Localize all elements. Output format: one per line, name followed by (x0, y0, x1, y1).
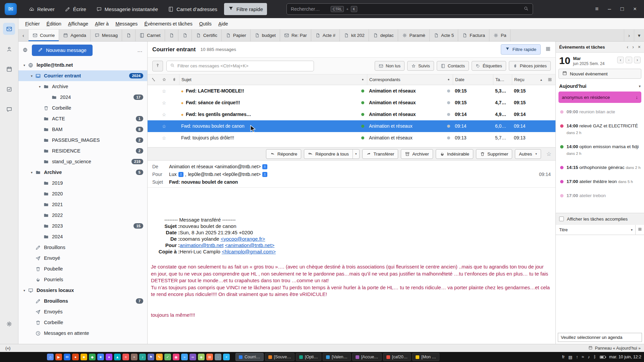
launcher-14-icon[interactable]: ✎ (156, 354, 163, 360)
calendar-event-atelier-theatre-leon[interactable]: 17:00 atelier théâtre leon dans 5 h (556, 175, 644, 189)
tab-document[interactable] (165, 29, 178, 41)
calendar-event-orthophoniste-generac[interactable]: 14:15 orthophoniste générac dans 2 h (556, 161, 644, 175)
star-toggle[interactable]: ☆ (159, 112, 169, 117)
menu-outils[interactable]: Outils (196, 19, 215, 28)
thread-column-button[interactable] (148, 77, 159, 82)
tab-factura[interactable]: Factura (458, 29, 489, 41)
email-link[interactable]: <animation@tntb.net> (225, 242, 274, 248)
column-picker-button[interactable] (544, 77, 555, 82)
launcher-11-icon[interactable]: + (131, 354, 138, 360)
bluetooth-tray-icon[interactable]: ᛒ (594, 355, 596, 360)
message-row-fwd-seance-de-cirque[interactable]: ☆ ◆Fwd: séance de cirque!!! Animation et… (148, 97, 555, 109)
transferer-button[interactable]: Transférer (362, 149, 398, 159)
space-address-book-button[interactable] (3, 43, 15, 55)
launcher-1-icon[interactable]: ⌂ (47, 354, 54, 360)
sticky-filter-button[interactable] (152, 61, 163, 71)
task-columns-button[interactable] (635, 225, 644, 235)
filter-etiquettes-button[interactable]: Étiquettes (472, 61, 506, 71)
tab-parame[interactable]: Paramè (398, 29, 430, 41)
launcher-9-icon[interactable]: ▲ (114, 354, 121, 360)
taskbar-window-courri[interactable]: Courri… (235, 353, 264, 361)
folder-corbeille[interactable]: Corbeille (18, 103, 147, 113)
date-prev-button[interactable]: ‹ (617, 57, 624, 63)
keyboard-layout-indicator[interactable]: fr (562, 355, 565, 359)
filter-non-lus-button[interactable]: Non lus (375, 61, 405, 71)
chevron-down-icon[interactable]: ▾ (29, 74, 34, 78)
launcher-19-icon[interactable]: ◈ (198, 354, 205, 360)
chevron-down-icon[interactable]: ▾ (22, 289, 27, 292)
launcher-5-icon[interactable]: ■ (80, 354, 87, 360)
menu-evenements-et-taches[interactable]: Évènements et tâches (141, 19, 196, 28)
supprimer-button[interactable]: Supprimer (476, 149, 512, 159)
tab-pa[interactable]: Pa (489, 29, 511, 41)
tab-kit-202[interactable]: kit 202 (340, 29, 369, 41)
star-message-button[interactable]: ☆ (546, 150, 551, 158)
filter-suivis-button[interactable]: Suivis (407, 61, 434, 71)
volume-tray-icon[interactable]: ♪ (588, 355, 590, 360)
taskbar-window-mon[interactable]: [Mon … (412, 353, 439, 361)
star-toggle[interactable]: ☆ (159, 100, 169, 106)
archiver-button[interactable]: Archiver (401, 149, 433, 159)
chevron-down-icon[interactable]: ▾ (37, 85, 42, 88)
column-subject[interactable]: Sujet (179, 74, 358, 85)
launcher-21-icon[interactable]: · (215, 354, 221, 360)
tab-certific[interactable]: Certific (192, 29, 222, 41)
launcher-8-icon[interactable]: ♦ (106, 354, 112, 360)
get-messages-button[interactable]: Relever (25, 4, 59, 15)
global-search[interactable]: CTRL + K (286, 3, 533, 15)
filter-contacts-button[interactable]: Contacts (437, 61, 469, 71)
tabs-list-button[interactable]: ▾ (634, 29, 644, 41)
launcher-3-icon[interactable]: ✉ (64, 354, 70, 360)
star-toggle[interactable]: ☆ (159, 124, 169, 129)
tab-agenda[interactable]: Agenda (59, 29, 91, 41)
menu-edition[interactable]: Édition (43, 19, 65, 28)
launcher-22-icon[interactable]: × (223, 354, 230, 360)
filter-input-wrap[interactable] (166, 61, 314, 71)
repondre-button[interactable]: Répondre (266, 149, 301, 159)
star-toggle[interactable]: ☆ (159, 135, 169, 141)
tab-carnet[interactable]: Carnet (136, 29, 165, 41)
launcher-4-icon[interactable]: ● (72, 354, 79, 360)
tab-courrie[interactable]: Courrie (29, 29, 59, 41)
tag-column-button[interactable] (358, 77, 367, 82)
folder-stand-up-science[interactable]: stand_up_science 219 (18, 156, 147, 167)
launcher-2-icon[interactable]: ▶ (55, 354, 62, 360)
chevron-down-icon[interactable]: ▾ (22, 63, 27, 67)
launcher-6-icon[interactable]: ◆ (89, 354, 96, 360)
column-correspondents[interactable]: Correspondants (367, 74, 444, 85)
quick-filter-toggle[interactable]: Filtre rapide (224, 3, 267, 15)
taskbar-window-caf20[interactable]: [caf20… (383, 353, 411, 361)
indesirable-button[interactable]: Indésirable (436, 149, 473, 159)
tab-document[interactable] (178, 29, 192, 41)
write-button[interactable]: Écrire (61, 4, 90, 15)
folder-corbeille[interactable]: Corbeille (18, 317, 147, 328)
column-received[interactable]: Reçu▴ (512, 74, 544, 85)
calendar-event-releve-gaz-et-electricite[interactable]: 14:00 relevé GAZ et ELECTRICITÉ dans 2 h (556, 119, 644, 140)
settings-space-button[interactable] (3, 318, 15, 330)
junk-column-button[interactable] (444, 77, 453, 82)
folder-archive[interactable]: ▾ Archive 5 (18, 167, 147, 178)
instant-messaging-button[interactable]: Messagerie instantanée (92, 4, 162, 15)
menu-fichier[interactable]: Fichier (22, 19, 43, 28)
folder-2020[interactable]: 2020 (18, 188, 147, 199)
tab-re-par[interactable]: Re: Par (280, 29, 311, 41)
email-link[interactable]: animation@tntb.net (180, 242, 223, 248)
date-today-button[interactable]: ◦ (626, 57, 632, 63)
from-address[interactable]: Animation et réseaux <animation@tntb.net… (169, 164, 261, 169)
minimize-button[interactable]: – (608, 6, 611, 12)
contact-icon[interactable] (262, 172, 267, 177)
task-title-dropdown[interactable]: Titre ▾ (556, 225, 644, 235)
folder-messages-en-attente[interactable]: Messages en attente (18, 328, 147, 339)
files-tray-icon[interactable]: ▤ (568, 355, 572, 360)
event-anonymus-en-residence[interactable]: anonymus en résidence ↓ (558, 92, 641, 103)
message-row-fwd-toujours-plus-drole[interactable]: ☆ Fwd: toujours plus drôle!!! Animation … (148, 132, 555, 144)
launcher-12-icon[interactable]: ♪ (139, 354, 146, 360)
taskbar-window-opti[interactable]: [Opti… (296, 353, 321, 361)
taskbar-window-souve[interactable]: [Souve… (265, 353, 294, 361)
tab-acte-5[interactable]: Acte 5 (430, 29, 458, 41)
menu-affichage[interactable]: Affichage (65, 19, 92, 28)
date-next-button[interactable]: › (634, 57, 641, 63)
launcher-15-icon[interactable]: ✓ (164, 354, 171, 360)
email-link[interactable]: <hlcamplo@gmail.com> (222, 249, 276, 254)
today-next-button[interactable]: › (632, 44, 634, 50)
